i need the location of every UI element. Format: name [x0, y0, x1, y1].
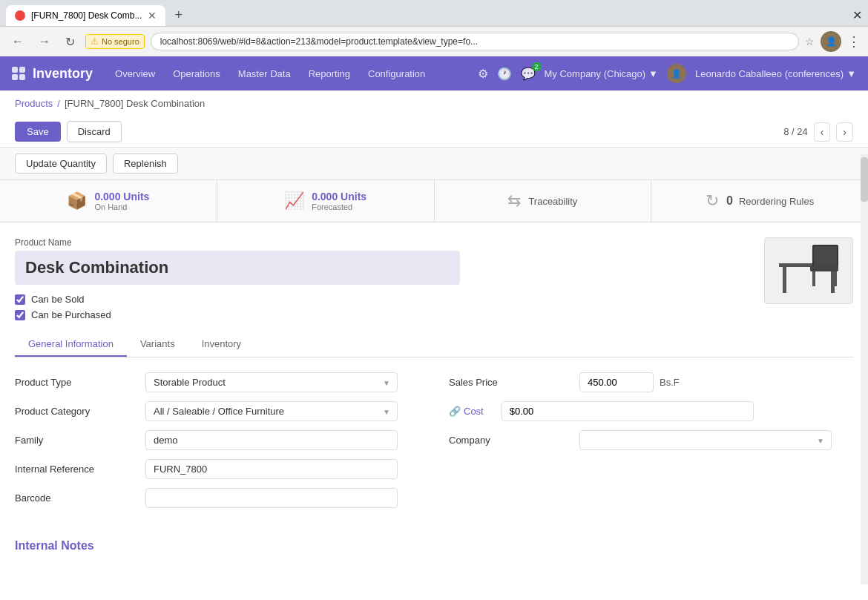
- security-badge: ⚠ No seguro: [85, 34, 145, 49]
- close-tab-button[interactable]: ✕: [148, 10, 157, 22]
- product-type-select[interactable]: Storable Product: [145, 372, 398, 392]
- sales-price-input[interactable]: [579, 372, 654, 392]
- reorder-stat[interactable]: ↻ 0 Reordering Rules: [651, 180, 868, 222]
- can-be-sold-checkbox[interactable]: [15, 294, 25, 305]
- product-type-row: Product Type Storable Product ▼: [15, 372, 419, 392]
- cost-row: 🔗 Cost: [449, 401, 853, 421]
- form-grid: Product Type Storable Product ▼ Product …: [15, 372, 853, 517]
- user-button[interactable]: Leonardo Caballeeo (conferences) ▼: [695, 68, 856, 79]
- warning-icon: ⚠: [91, 36, 99, 47]
- settings-icon-button[interactable]: ⚙: [478, 67, 488, 81]
- product-category-select-wrapper: All / Saleable / Office Furniture ▼: [145, 401, 398, 421]
- company-label: My Company (Chicago): [545, 68, 646, 79]
- forecasted-value: 0.000 Units: [312, 191, 366, 202]
- chat-icon-button[interactable]: 💬 2: [521, 67, 536, 81]
- company-chevron-icon: ▼: [648, 68, 658, 79]
- pagination: 8 / 24 ‹ ›: [783, 122, 853, 142]
- product-category-select[interactable]: All / Saleable / Office Furniture: [145, 401, 398, 421]
- browser-actions: 👤 ⋮: [821, 31, 861, 52]
- bookmark-button[interactable]: ☆: [805, 36, 815, 47]
- product-image[interactable]: [764, 237, 853, 304]
- app-logo[interactable]: Inventory: [12, 66, 93, 82]
- forward-button[interactable]: →: [34, 33, 55, 50]
- on-hand-label: On Hand: [94, 202, 149, 211]
- scrollbar-thumb[interactable]: [861, 157, 868, 202]
- form-col-right: Sales Price Bs.F 🔗 Cost: [449, 372, 853, 517]
- product-image-svg: [772, 241, 846, 300]
- currency-label: Bs.F: [660, 377, 680, 388]
- family-input[interactable]: [145, 430, 398, 450]
- can-be-sold-checkbox-item[interactable]: Can be Sold: [15, 294, 764, 305]
- traceability-stat[interactable]: ⇆ Traceability: [435, 180, 652, 222]
- update-quantity-button[interactable]: Update Quantity: [15, 154, 107, 174]
- breadcrumb-separator: /: [57, 98, 60, 109]
- cost-label: Cost: [464, 406, 484, 417]
- tab-inventory[interactable]: Inventory: [188, 332, 254, 357]
- internal-notes-title: Internal Notes: [15, 532, 853, 560]
- family-row: Family: [15, 430, 419, 450]
- company-select-wrapper: ▼: [579, 430, 832, 450]
- can-be-purchased-checkbox-item[interactable]: Can be Purchased: [15, 309, 764, 320]
- browser-user-avatar: 👤: [821, 31, 841, 52]
- logo-grid-icon: [12, 67, 25, 80]
- breadcrumb-parent-link[interactable]: Products: [15, 98, 53, 109]
- checkboxes: Can be Sold Can be Purchased: [15, 294, 764, 320]
- reorder-count: 0: [726, 194, 733, 208]
- product-category-row: Product Category All / Saleable / Office…: [15, 401, 419, 421]
- security-label: No seguro: [102, 37, 139, 46]
- scrollbar[interactable]: [861, 154, 868, 584]
- browser-menu-button[interactable]: ⋮: [847, 33, 861, 50]
- clock-icon-button[interactable]: 🕐: [497, 67, 512, 81]
- forecasted-stat[interactable]: 📈 0.000 Units Forecasted: [217, 180, 435, 222]
- url-bar[interactable]: localhost:8069/web/#id=8&action=213&mode…: [151, 33, 799, 50]
- cost-input[interactable]: [502, 401, 754, 421]
- save-button[interactable]: Save: [15, 122, 61, 142]
- new-tab-button[interactable]: +: [168, 4, 188, 26]
- breadcrumb: Products / [FURN_7800] Desk Combination: [0, 90, 868, 116]
- reload-button[interactable]: ↻: [61, 33, 79, 50]
- company-button[interactable]: My Company (Chicago) ▼: [545, 68, 658, 79]
- internal-ref-input[interactable]: [145, 459, 398, 479]
- nav-item-overview[interactable]: Overview: [108, 64, 162, 84]
- product-name-input[interactable]: [15, 251, 460, 285]
- prev-page-button[interactable]: ‹: [814, 122, 831, 142]
- close-window-button[interactable]: ✕: [852, 8, 862, 22]
- user-avatar: 👤: [667, 64, 686, 83]
- external-link-icon: 🔗: [449, 406, 461, 417]
- discard-button[interactable]: Discard: [67, 121, 122, 142]
- barcode-input[interactable]: [145, 488, 398, 508]
- toolbar: Save Discard 8 / 24 ‹ ›: [0, 116, 868, 148]
- tab-general-information[interactable]: General Information: [15, 332, 127, 357]
- active-tab[interactable]: [FURN_7800] Desk Comb... ✕: [6, 5, 165, 26]
- company-select[interactable]: [579, 430, 832, 450]
- cost-link[interactable]: 🔗 Cost: [449, 406, 484, 417]
- svg-rect-7: [834, 271, 837, 286]
- nav-item-master-data[interactable]: Master Data: [231, 64, 298, 84]
- product-type-label: Product Type: [15, 377, 134, 388]
- back-button[interactable]: ←: [7, 33, 28, 50]
- next-page-button[interactable]: ›: [836, 122, 853, 142]
- on-hand-value: 0.000 Units: [94, 191, 149, 202]
- svg-rect-1: [783, 267, 786, 293]
- sales-price-inputs: Bs.F: [579, 372, 680, 392]
- product-category-label: Product Category: [15, 406, 134, 417]
- user-chevron-icon: ▼: [846, 68, 856, 79]
- nav-item-configuration[interactable]: Configuration: [361, 64, 433, 84]
- product-name-label: Product Name: [15, 237, 764, 248]
- company-row: Company ▼: [449, 430, 853, 450]
- pagination-info: 8 / 24: [783, 126, 808, 137]
- forecasted-label: Forecasted: [312, 202, 366, 211]
- can-be-purchased-label: Can be Purchased: [31, 309, 111, 320]
- sales-price-label: Sales Price: [449, 377, 568, 388]
- browser-navigation: ← → ↻ ⚠ No seguro localhost:8069/web/#id…: [0, 26, 868, 56]
- family-label: Family: [15, 435, 134, 446]
- form-col-left: Product Type Storable Product ▼ Product …: [15, 372, 419, 517]
- nav-item-operations[interactable]: Operations: [165, 64, 228, 84]
- on-hand-icon: 📦: [67, 191, 87, 211]
- tab-variants[interactable]: Variants: [127, 332, 188, 357]
- can-be-purchased-checkbox[interactable]: [15, 310, 25, 320]
- action-bar: Update Quantity Replenish: [0, 148, 868, 180]
- on-hand-stat[interactable]: 📦 0.000 Units On Hand: [0, 180, 217, 222]
- nav-item-reporting[interactable]: Reporting: [301, 64, 358, 84]
- replenish-button[interactable]: Replenish: [113, 154, 178, 174]
